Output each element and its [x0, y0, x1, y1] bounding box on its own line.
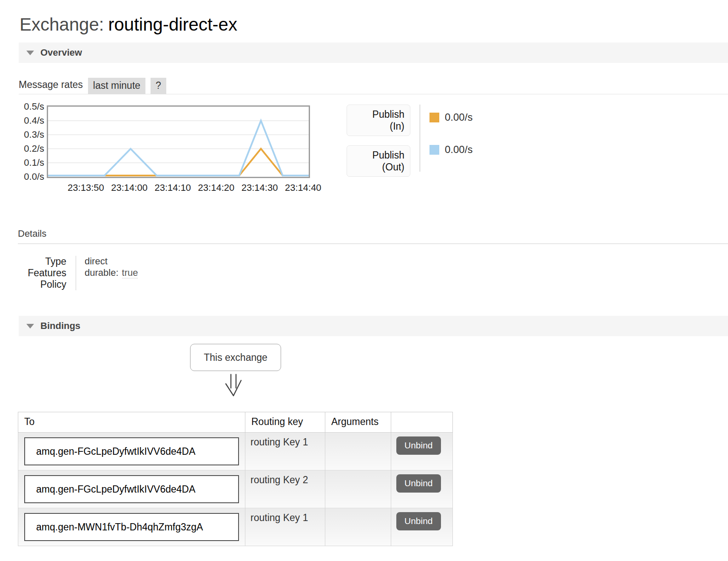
legend-divider: [420, 105, 420, 172]
y-tick-label: 0.3/s: [24, 129, 44, 140]
legend-current-rate: 0.00/s: [445, 144, 472, 156]
this-exchange-box: This exchange: [190, 344, 281, 371]
detail-value-features: durable:true: [76, 267, 728, 279]
overview-section-label: Overview: [40, 47, 82, 58]
column-header-to: To: [18, 412, 245, 433]
bindings-table: To Routing key Arguments amq.gen-FGcLpeD…: [18, 412, 453, 546]
queue-link[interactable]: amq.gen-MWN1fvTb-Dh4qhZmfg3zgA: [24, 513, 239, 541]
binding-row: amq.gen-FGcLpeDyfwtIkIVV6de4DArouting Ke…: [18, 470, 453, 508]
column-header-arguments: Arguments: [325, 412, 391, 433]
detail-label-features: Features: [18, 267, 76, 279]
legend-toggle-publish-out-[interactable]: Publish(Out): [347, 145, 410, 177]
y-tick-label: 0.0/s: [24, 171, 44, 182]
message-rates-header: Message rates last minute ?: [19, 79, 728, 94]
chart-legend: Publish(In)Publish(Out) 0.00/s0.00/s: [347, 105, 472, 197]
binding-row: amq.gen-FGcLpeDyfwtIkIVV6de4DArouting Ke…: [18, 433, 453, 470]
x-tick-label: 23:14:10: [154, 182, 191, 193]
details-divider: [18, 244, 728, 244]
details-title: Details: [18, 228, 728, 244]
x-tick-label: 23:13:50: [68, 182, 104, 193]
bindings-down-arrow-icon: [224, 374, 243, 397]
arguments-cell: [325, 470, 391, 508]
binding-row: amq.gen-MWN1fvTb-Dh4qhZmfg3zgArouting Ke…: [18, 508, 453, 546]
x-tick-label: 23:14:00: [111, 182, 148, 193]
series-line-publish-out-: [48, 121, 309, 176]
detail-value-policy: [76, 279, 728, 290]
page-title: Exchange:routing-direct-ex: [20, 14, 728, 35]
details-section: Details Type direct Features durable:tru…: [18, 228, 728, 290]
feature-key: durable:: [85, 267, 119, 278]
legend-color-swatch: [429, 145, 439, 155]
unbind-button[interactable]: Unbind: [396, 512, 441, 530]
column-header-action: [391, 412, 453, 433]
chart-y-axis-labels: 0.5/s0.4/s0.3/s0.2/s0.1/s0.0/s: [19, 105, 47, 178]
rate-chart-canvas: [47, 105, 310, 178]
bindings-table-header-row: To Routing key Arguments: [18, 412, 453, 433]
help-icon[interactable]: ?: [151, 78, 166, 94]
message-rates-chart: 0.5/s0.4/s0.3/s0.2/s0.1/s0.0/s 23:13:502…: [19, 105, 728, 197]
x-tick-label: 23:14:40: [285, 182, 321, 193]
x-tick-label: 23:14:30: [242, 182, 278, 193]
unbind-button[interactable]: Unbind: [396, 474, 441, 493]
legend-toggle-publish-in-[interactable]: Publish(In): [347, 105, 410, 136]
collapse-triangle-icon: [26, 51, 34, 55]
exchange-name: routing-direct-ex: [108, 14, 237, 34]
chart-x-axis-labels: 23:13:5023:14:0023:14:1023:14:2023:14:30…: [47, 182, 310, 197]
queue-link[interactable]: amq.gen-FGcLpeDyfwtIkIVV6de4DA: [24, 475, 239, 503]
routing-key-cell: routing Key 1: [245, 433, 325, 470]
bindings-section-header[interactable]: Bindings: [19, 316, 728, 336]
detail-value-type: direct: [76, 256, 728, 267]
queue-link[interactable]: amq.gen-FGcLpeDyfwtIkIVV6de4DA: [24, 437, 239, 465]
arguments-cell: [325, 508, 391, 546]
y-tick-label: 0.5/s: [24, 101, 44, 112]
detail-label-type: Type: [18, 256, 76, 267]
bindings-section-label: Bindings: [40, 320, 80, 332]
y-tick-label: 0.1/s: [24, 157, 44, 168]
y-tick-label: 0.2/s: [24, 143, 44, 154]
unbind-button[interactable]: Unbind: [396, 436, 441, 455]
routing-key-cell: routing Key 2: [245, 470, 325, 508]
legend-current-rate: 0.00/s: [445, 111, 472, 123]
rate-range-selector[interactable]: last minute: [88, 78, 145, 94]
arguments-cell: [325, 433, 391, 470]
legend-value-row: 0.00/s: [429, 111, 472, 123]
feature-value: true: [122, 267, 138, 278]
collapse-triangle-icon: [26, 324, 34, 329]
series-line-publish-in-: [48, 149, 309, 176]
page-title-prefix: Exchange:: [20, 14, 104, 34]
routing-key-cell: routing Key 1: [245, 508, 325, 546]
column-header-routing-key: Routing key: [245, 412, 325, 433]
exchange-page: Exchange:routing-direct-ex Overview Mess…: [0, 0, 728, 561]
chart-plot-area: 23:13:5023:14:0023:14:1023:14:2023:14:30…: [47, 105, 310, 197]
y-tick-label: 0.4/s: [24, 115, 44, 126]
legend-color-swatch: [429, 113, 439, 122]
x-tick-label: 23:14:20: [198, 182, 235, 193]
detail-label-policy: Policy: [18, 279, 76, 290]
legend-value-row: 0.00/s: [429, 144, 472, 156]
overview-section-header[interactable]: Overview: [19, 42, 728, 63]
message-rates-label: Message rates: [19, 79, 83, 91]
